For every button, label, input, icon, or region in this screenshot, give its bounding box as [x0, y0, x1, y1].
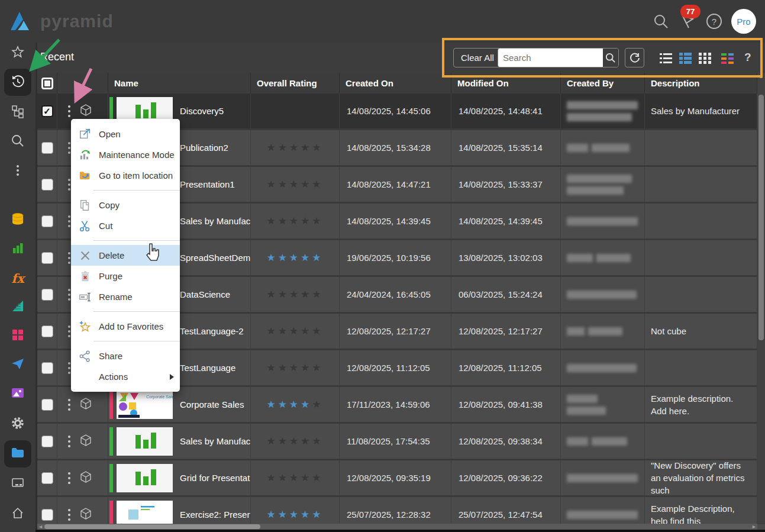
vertical-scrollbar[interactable]: ▲: [757, 73, 765, 524]
sidebar-item-recent-history[interactable]: [4, 69, 31, 96]
sidebar-item-illustrate-grid[interactable]: [4, 323, 31, 350]
row-menu-button[interactable]: [68, 215, 70, 227]
modified-on-value: 12/08/2025, 09:36:22: [451, 473, 543, 483]
menu-item-copy[interactable]: Copy: [71, 195, 180, 215]
row-modified-on-cell: 12/08/2025, 09:38:34: [451, 424, 561, 459]
select-all-checkbox[interactable]: [41, 78, 53, 89]
created-on-value: 17/11/2023, 14:59:06: [340, 399, 430, 410]
table-row[interactable]: Sales by Manufacturer★★★★★11/08/2025, 17…: [37, 424, 757, 460]
horizontal-scrollbar[interactable]: ◄ ►: [37, 524, 757, 530]
rating-stars-icon[interactable]: ★★★★★: [266, 178, 323, 191]
row-menu-button[interactable]: [68, 105, 70, 117]
row-created-by-cell: [561, 130, 645, 165]
row-rating-cell: ★★★★★: [251, 240, 340, 275]
table-row[interactable]: Corporate SalesCorporate Sales★★★★★17/11…: [37, 387, 757, 424]
sidebar-item-favorites-star[interactable]: [4, 40, 31, 67]
row-menu-button[interactable]: [68, 289, 70, 301]
scroll-right-icon[interactable]: ►: [751, 524, 757, 530]
column-header-created-on[interactable]: Created On: [340, 73, 451, 93]
column-header-created-by[interactable]: Created By: [561, 73, 645, 93]
list-help-icon[interactable]: ?: [744, 51, 751, 64]
sidebar-item-search[interactable]: [4, 128, 31, 156]
row-checkbox[interactable]: [41, 215, 53, 227]
menu-item-rename[interactable]: Rename: [71, 286, 180, 307]
rating-stars-icon[interactable]: ★★★★★: [266, 325, 323, 337]
search-icon[interactable]: [652, 12, 670, 30]
scroll-up-icon[interactable]: ▲: [757, 74, 765, 79]
sidebar-item-content-tree[interactable]: [4, 99, 31, 126]
table-row[interactable]: Exercise2: Present Pr★★★★★25/07/2025, 12…: [37, 497, 757, 524]
rating-stars-icon[interactable]: ★★★★★: [266, 508, 323, 521]
column-header-overall-rating[interactable]: Overall Rating: [251, 73, 340, 93]
row-checkbox[interactable]: [41, 179, 53, 191]
rating-stars-icon[interactable]: ★★★★★: [266, 472, 323, 484]
row-name-label: Sales by Manufacturer: [180, 216, 251, 226]
tile-view-icon[interactable]: [720, 51, 735, 66]
vertical-scrollbar-thumb[interactable]: [758, 95, 764, 340]
sidebar-item-home[interactable]: [4, 501, 31, 528]
rating-stars-icon[interactable]: ★★★★★: [266, 288, 323, 301]
row-menu-button[interactable]: [68, 509, 70, 521]
sidebar-item-settings-gear[interactable]: [4, 411, 31, 438]
row-menu-button[interactable]: [68, 362, 70, 374]
menu-item-actions[interactable]: Actions: [71, 366, 180, 387]
menu-item-add-to-favorites[interactable]: Add to Favorites: [71, 316, 180, 337]
scroll-left-icon[interactable]: ◄: [38, 524, 43, 530]
sidebar-item-content-folder[interactable]: [4, 440, 31, 467]
horizontal-scrollbar-thumb[interactable]: [44, 524, 260, 529]
row-checkbox[interactable]: [41, 289, 53, 301]
row-menu-button[interactable]: [68, 179, 70, 191]
row-menu-button[interactable]: [68, 399, 70, 411]
detail-view-icon[interactable]: [678, 51, 693, 66]
row-menu-button[interactable]: [68, 472, 70, 484]
row-name-cell: Exercise2: Present Pr: [108, 497, 251, 524]
sidebar-item-present[interactable]: [4, 294, 31, 321]
row-checkbox[interactable]: ✓: [41, 105, 53, 117]
row-menu-button[interactable]: [68, 325, 70, 337]
list-view-icon[interactable]: [659, 51, 673, 66]
row-checkbox[interactable]: [41, 509, 53, 521]
rating-stars-icon[interactable]: ★★★★★: [266, 215, 323, 227]
sidebar-item-more-ellipsis[interactable]: [4, 158, 31, 185]
sidebar-item-presentations-screen[interactable]: [4, 471, 31, 498]
row-menu-button[interactable]: [68, 142, 70, 154]
search-submit-button[interactable]: [603, 49, 618, 67]
sidebar-item-publish-send[interactable]: [4, 352, 31, 379]
menu-item-cut[interactable]: Cut: [71, 215, 180, 236]
modified-on-value: 14/08/2025, 14:39:45: [451, 216, 543, 226]
row-checkbox[interactable]: [41, 252, 53, 264]
rating-stars-icon[interactable]: ★★★★★: [266, 398, 323, 411]
clear-all-button[interactable]: Clear All: [453, 48, 502, 67]
column-header-name[interactable]: Name: [108, 73, 251, 93]
rating-stars-icon[interactable]: ★★★★★: [266, 252, 323, 264]
row-checkbox[interactable]: [41, 399, 53, 411]
sidebar-item-discover-chart[interactable]: [4, 236, 31, 263]
search-input[interactable]: [498, 49, 603, 67]
row-checkbox[interactable]: [41, 362, 53, 374]
row-checkbox[interactable]: [41, 436, 53, 447]
menu-item-delete[interactable]: Delete: [71, 245, 180, 266]
refresh-button[interactable]: [625, 48, 644, 67]
menu-item-go-to-item-location[interactable]: Go to item location: [71, 165, 180, 186]
row-checkbox[interactable]: [41, 142, 53, 154]
row-checkbox[interactable]: [41, 472, 53, 484]
rating-stars-icon[interactable]: ★★★★★: [266, 141, 323, 154]
help-icon[interactable]: ?: [705, 12, 723, 30]
menu-item-purge[interactable]: Purge: [71, 266, 180, 286]
row-checkbox[interactable]: [41, 325, 53, 337]
row-menu-button[interactable]: [68, 252, 70, 264]
rating-stars-icon[interactable]: ★★★★★: [266, 362, 323, 374]
rating-stars-icon[interactable]: ★★★★★: [266, 435, 323, 447]
sidebar-item-model-database[interactable]: [4, 207, 31, 234]
sidebar-item-formulate-fx[interactable]: fx: [4, 265, 31, 292]
column-header-modified-on[interactable]: Modified On: [451, 73, 561, 93]
menu-item-open[interactable]: Open: [71, 124, 180, 144]
menu-item-share[interactable]: Share: [71, 346, 180, 366]
table-row[interactable]: Grid for Presentation★★★★★12/08/2025, 09…: [37, 460, 757, 497]
menu-item-maintenance-mode[interactable]: Maintenance Mode: [71, 144, 180, 165]
row-menu-button[interactable]: [68, 436, 70, 447]
sidebar-item-image[interactable]: [4, 381, 31, 408]
avatar[interactable]: Pro: [731, 9, 756, 34]
grid-view-icon[interactable]: [698, 51, 712, 66]
column-header-description[interactable]: Description: [645, 73, 757, 93]
